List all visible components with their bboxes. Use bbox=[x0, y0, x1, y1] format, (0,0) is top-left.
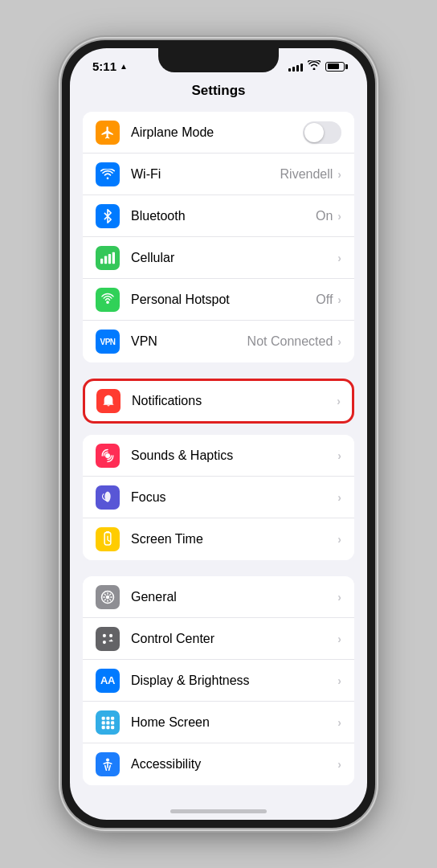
svg-rect-2 bbox=[108, 254, 111, 264]
screentime-row[interactable]: Screen Time › bbox=[83, 518, 354, 560]
time-label: 5:11 bbox=[92, 59, 116, 73]
cellular-chevron: › bbox=[337, 252, 341, 264]
signal-bars-icon bbox=[288, 62, 303, 72]
wifi-chevron: › bbox=[337, 168, 341, 181]
accessibility-icon bbox=[96, 752, 120, 776]
control-center-icon bbox=[96, 627, 120, 651]
vpn-row[interactable]: VPN VPN Not Connected › bbox=[83, 321, 354, 362]
home-screen-label: Home Screen bbox=[131, 715, 337, 730]
hotspot-chevron: › bbox=[337, 293, 341, 306]
svg-point-9 bbox=[106, 595, 110, 599]
accessibility-label: Accessibility bbox=[131, 757, 337, 772]
screentime-label: Screen Time bbox=[131, 532, 337, 547]
phone-frame: 5:11 ▲ bbox=[62, 40, 375, 828]
screentime-icon bbox=[96, 527, 120, 551]
cellular-label: Cellular bbox=[131, 251, 337, 265]
battery-icon bbox=[325, 62, 345, 72]
general-row[interactable]: General › bbox=[83, 576, 354, 618]
airplane-mode-label: Airplane Mode bbox=[131, 125, 303, 140]
control-center-chevron: › bbox=[337, 633, 341, 645]
hotspot-value: Off bbox=[316, 293, 333, 307]
signal-bar-3 bbox=[296, 65, 299, 72]
notifications-chevron: › bbox=[337, 395, 341, 407]
svg-point-4 bbox=[106, 301, 109, 304]
hotspot-row[interactable]: Personal Hotspot Off › bbox=[83, 279, 354, 321]
cellular-icon bbox=[96, 246, 120, 270]
svg-rect-20 bbox=[111, 721, 114, 724]
svg-rect-16 bbox=[106, 716, 109, 719]
home-screen-chevron: › bbox=[337, 716, 341, 729]
vpn-icon-text: VPN bbox=[100, 338, 115, 346]
svg-rect-14 bbox=[111, 639, 112, 641]
screentime-chevron: › bbox=[337, 533, 341, 546]
airplane-mode-row[interactable]: Airplane Mode bbox=[83, 112, 354, 154]
vpn-chevron: › bbox=[337, 335, 341, 348]
general-section: General › Control Center bbox=[83, 576, 354, 785]
sounds-section: Sounds & Haptics › Focus › bbox=[83, 435, 354, 560]
display-label: Display & Brightness bbox=[131, 674, 337, 688]
notifications-label: Notifications bbox=[132, 394, 337, 408]
page-title: Settings bbox=[70, 76, 367, 112]
wifi-status-icon bbox=[308, 60, 321, 72]
svg-rect-15 bbox=[102, 716, 105, 719]
focus-label: Focus bbox=[131, 490, 337, 505]
svg-rect-22 bbox=[106, 726, 109, 729]
bluetooth-label: Bluetooth bbox=[131, 209, 316, 223]
svg-rect-21 bbox=[102, 726, 105, 729]
settings-content[interactable]: Airplane Mode Wi-Fi bbox=[70, 112, 367, 820]
svg-rect-3 bbox=[112, 252, 115, 264]
bluetooth-value: On bbox=[316, 209, 333, 223]
cellular-row[interactable]: Cellular › bbox=[83, 237, 354, 279]
accessibility-row[interactable]: Accessibility › bbox=[83, 743, 354, 785]
home-screen-row[interactable]: Home Screen › bbox=[83, 702, 354, 743]
sounds-chevron: › bbox=[337, 449, 341, 462]
airplane-mode-toggle[interactable] bbox=[303, 121, 341, 144]
svg-rect-19 bbox=[106, 721, 109, 724]
screen: 5:11 ▲ bbox=[70, 48, 367, 820]
svg-rect-1 bbox=[104, 256, 107, 264]
svg-rect-23 bbox=[111, 726, 114, 729]
control-center-label: Control Center bbox=[131, 632, 337, 646]
wifi-row[interactable]: Wi-Fi Rivendell › bbox=[83, 154, 354, 195]
bluetooth-row[interactable]: Bluetooth On › bbox=[83, 195, 354, 237]
svg-rect-18 bbox=[102, 721, 105, 724]
status-time: 5:11 ▲ bbox=[92, 59, 128, 73]
location-arrow-icon: ▲ bbox=[120, 62, 128, 71]
battery-fill bbox=[328, 63, 339, 69]
svg-point-11 bbox=[109, 633, 112, 637]
signal-bar-4 bbox=[300, 63, 303, 72]
signal-bar-1 bbox=[288, 68, 291, 72]
home-screen-icon bbox=[96, 710, 120, 735]
svg-point-6 bbox=[105, 453, 110, 458]
signal-bar-2 bbox=[292, 67, 295, 72]
notifications-icon bbox=[96, 389, 120, 413]
wifi-label: Wi-Fi bbox=[131, 167, 280, 182]
toggle-knob bbox=[304, 123, 324, 142]
hotspot-label: Personal Hotspot bbox=[131, 293, 316, 307]
focus-row[interactable]: Focus › bbox=[83, 477, 354, 518]
notifications-row[interactable]: Notifications › bbox=[83, 379, 354, 424]
general-icon bbox=[96, 585, 120, 609]
svg-rect-0 bbox=[100, 258, 103, 264]
control-center-row[interactable]: Control Center › bbox=[83, 618, 354, 660]
notifications-wrapper: Notifications › bbox=[83, 379, 354, 424]
notch bbox=[158, 48, 279, 72]
home-indicator bbox=[170, 809, 267, 813]
vpn-value: Not Connected bbox=[247, 334, 333, 349]
hotspot-icon bbox=[96, 288, 120, 312]
accessibility-chevron: › bbox=[337, 758, 341, 771]
display-row[interactable]: AA Display & Brightness › bbox=[83, 660, 354, 702]
general-chevron: › bbox=[337, 591, 341, 604]
sounds-row[interactable]: Sounds & Haptics › bbox=[83, 435, 354, 477]
bluetooth-chevron: › bbox=[337, 210, 341, 223]
connectivity-section: Airplane Mode Wi-Fi bbox=[83, 112, 354, 362]
svg-rect-17 bbox=[111, 716, 114, 719]
vpn-label: VPN bbox=[131, 334, 247, 349]
focus-chevron: › bbox=[337, 491, 341, 504]
wifi-value: Rivendell bbox=[280, 167, 333, 182]
airplane-mode-icon bbox=[96, 121, 120, 145]
svg-point-24 bbox=[106, 758, 109, 761]
svg-point-12 bbox=[103, 641, 106, 644]
display-chevron: › bbox=[337, 674, 341, 687]
vpn-icon: VPN bbox=[96, 330, 120, 354]
